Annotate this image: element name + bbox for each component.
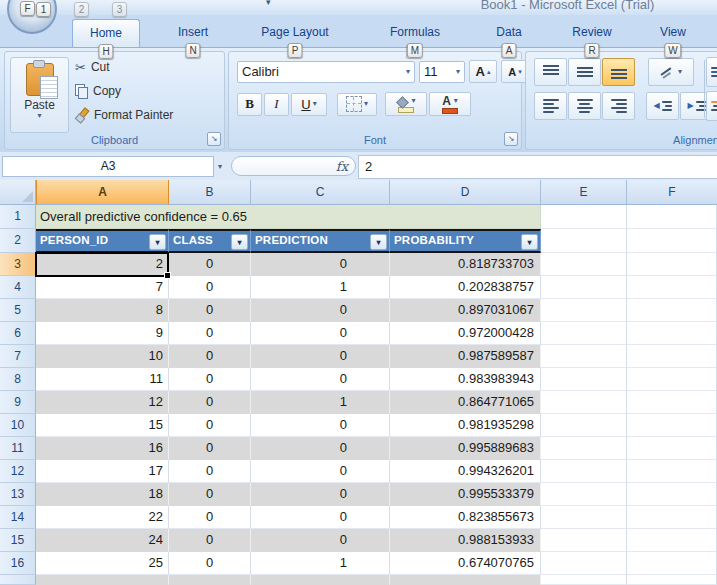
cell-prediction[interactable]: 0 [251, 529, 390, 552]
cell-empty[interactable] [627, 368, 717, 391]
filter-button[interactable]: ▾ [370, 234, 387, 250]
cell-empty[interactable] [541, 345, 627, 368]
cell-person-id[interactable]: 25 [36, 552, 169, 575]
cell-empty[interactable] [541, 322, 627, 345]
cell-class[interactable]: 0 [169, 483, 251, 506]
row-header[interactable]: 12 [0, 460, 36, 483]
header-cell-person-id[interactable]: PERSON_ID ▾ [36, 229, 169, 253]
cell-empty[interactable] [627, 253, 717, 276]
cell-empty[interactable] [627, 437, 717, 460]
cell-probability[interactable]: 0.972000428 [390, 322, 541, 345]
row-header[interactable]: 3 [0, 253, 36, 276]
cell-prediction[interactable]: 1 [251, 391, 390, 414]
cell-empty[interactable] [541, 575, 627, 585]
cell-empty[interactable] [541, 483, 627, 506]
cell-class[interactable]: 0 [169, 345, 251, 368]
row-header[interactable]: 5 [0, 299, 36, 322]
paste-button[interactable]: Paste ▾ [10, 57, 69, 133]
cell-empty[interactable] [541, 414, 627, 437]
bold-button[interactable]: B [237, 93, 262, 116]
orientation-button[interactable]: ▾ [648, 58, 694, 86]
cell[interactable] [390, 575, 541, 585]
tab-page-layout[interactable]: Page Layout P [242, 19, 348, 46]
cell-prediction[interactable]: 0 [251, 345, 390, 368]
cell-empty[interactable] [541, 552, 627, 575]
cell-empty[interactable] [541, 437, 627, 460]
cell-empty[interactable] [627, 483, 717, 506]
cell-person-id[interactable]: 7 [36, 276, 169, 299]
cell-empty[interactable] [627, 460, 717, 483]
cell-probability[interactable]: 0.823855673 [390, 506, 541, 529]
cell-person-id[interactable]: 15 [36, 414, 169, 437]
cell-empty[interactable] [541, 229, 627, 253]
top-align-button[interactable] [534, 58, 567, 86]
cell[interactable] [251, 575, 390, 585]
qat-more-icon[interactable]: ▾ [266, 0, 271, 7]
merge-center-button[interactable] [706, 91, 717, 121]
cell-empty[interactable] [541, 506, 627, 529]
row-header[interactable]: 14 [0, 506, 36, 529]
cell-class[interactable]: 0 [169, 299, 251, 322]
cell-person-id[interactable]: 11 [36, 368, 169, 391]
row-header[interactable]: 15 [0, 529, 36, 552]
cell-person-id[interactable]: 9 [36, 322, 169, 345]
cell-probability[interactable]: 0.674070765 [390, 552, 541, 575]
cell-empty[interactable] [541, 391, 627, 414]
cell-empty[interactable] [541, 529, 627, 552]
cell-class[interactable]: 0 [169, 506, 251, 529]
copy-button[interactable]: Copy [75, 84, 121, 98]
cell[interactable] [169, 575, 251, 585]
cell-class[interactable]: 0 [169, 414, 251, 437]
fill-color-button[interactable]: ▾ [385, 92, 427, 116]
column-header-e[interactable]: E [541, 180, 627, 205]
cell-class[interactable]: 0 [169, 276, 251, 299]
row-header[interactable]: 6 [0, 322, 36, 345]
cell-empty[interactable] [541, 276, 627, 299]
cell-probability[interactable]: 0.988153933 [390, 529, 541, 552]
insert-function-button[interactable]: fx [231, 156, 356, 176]
row-header[interactable]: 10 [0, 414, 36, 437]
cell-person-id[interactable]: 24 [36, 529, 169, 552]
cell-empty[interactable] [541, 299, 627, 322]
cell-person-id[interactable]: 8 [36, 299, 169, 322]
header-cell-probability[interactable]: PROBABILITY ▾ [390, 229, 541, 253]
cell-person-id[interactable]: 17 [36, 460, 169, 483]
font-size-combobox[interactable]: 11 ▾ [419, 61, 465, 83]
wrap-text-button[interactable] [706, 57, 717, 87]
name-box-dropdown-icon[interactable]: ▾ [212, 156, 228, 177]
cell-prediction[interactable]: 0 [251, 483, 390, 506]
row-header[interactable]: 13 [0, 483, 36, 506]
cell-prediction[interactable]: 0 [251, 368, 390, 391]
clipboard-dialog-launcher[interactable]: ↘ [207, 132, 221, 146]
cell-person-id[interactable]: 2 [36, 253, 169, 276]
column-header-f[interactable]: F [627, 180, 717, 205]
cell-prediction[interactable]: 0 [251, 414, 390, 437]
cell-class[interactable]: 0 [169, 460, 251, 483]
cell-empty[interactable] [627, 506, 717, 529]
decrease-indent-button[interactable]: ◀ [646, 92, 679, 120]
column-header-a[interactable]: A [36, 180, 169, 205]
header-cell-prediction[interactable]: PREDICTION ▾ [251, 229, 390, 253]
cell-empty[interactable] [627, 322, 717, 345]
align-left-button[interactable] [534, 92, 567, 120]
cell-empty[interactable] [627, 205, 717, 229]
cut-button[interactable]: ✂ Cut [75, 60, 110, 74]
cell-probability[interactable]: 0.983983943 [390, 368, 541, 391]
cell-class[interactable]: 0 [169, 552, 251, 575]
cell-prediction[interactable]: 0 [251, 460, 390, 483]
cell-class[interactable]: 0 [169, 529, 251, 552]
cell-prediction[interactable]: 1 [251, 552, 390, 575]
align-center-button[interactable] [568, 92, 601, 120]
column-header-d[interactable]: D [390, 180, 541, 205]
row-header[interactable]: 16 [0, 552, 36, 575]
filter-button[interactable]: ▾ [149, 234, 166, 250]
cell-probability[interactable]: 0.987589587 [390, 345, 541, 368]
cell-class[interactable]: 0 [169, 322, 251, 345]
cell-probability[interactable]: 0.981935298 [390, 414, 541, 437]
grow-font-button[interactable]: A ▴ [469, 60, 497, 83]
cell-class[interactable]: 0 [169, 391, 251, 414]
bottom-align-button[interactable] [602, 58, 635, 86]
tab-formulas[interactable]: Formulas M [372, 19, 458, 46]
cell-prediction[interactable]: 0 [251, 322, 390, 345]
cell-empty[interactable] [541, 368, 627, 391]
